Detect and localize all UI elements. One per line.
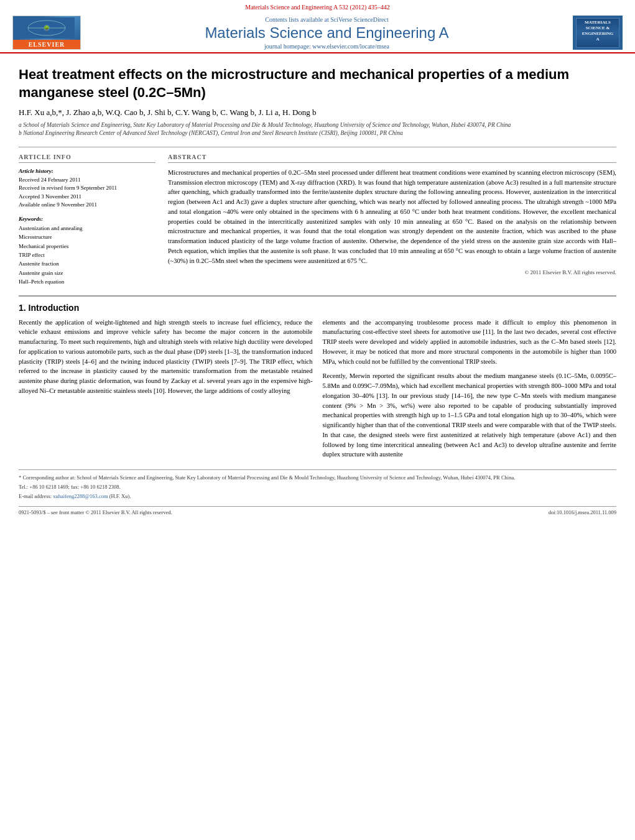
keyword-5: Austenite fraction [19, 259, 155, 268]
logo-image: 🌳 [13, 16, 80, 40]
citation-text: Materials Science and Engineering A 532 … [245, 4, 389, 11]
bottom-bar: 0921-5093/$ – see front matter © 2011 El… [19, 506, 616, 515]
article-info-label: ARTICLE INFO [19, 154, 155, 163]
journal-title-block: Contents lists available at SciVerse Sci… [81, 16, 573, 50]
svg-point-10 [598, 45, 599, 45]
email-suffix: (H.F. Xu). [109, 493, 131, 499]
authors-line: H.F. Xu a,b,*, J. Zhao a,b, W.Q. Cao b, … [19, 108, 616, 118]
email-label: E-mail address: [19, 493, 52, 499]
article-info-column: ARTICLE INFO Article history: Received 2… [19, 154, 155, 287]
intro-para-3: Recently, Merwin reported the significan… [323, 371, 617, 459]
corresponding-footnote: * Corresponding author at: School of Mat… [19, 474, 616, 482]
keyword-2: Microstructure [19, 233, 155, 241]
keyword-4: TRIP effect [19, 251, 155, 259]
article-info-abstract: ARTICLE INFO Article history: Received 2… [19, 147, 616, 287]
tel-footnote: Tel.: +86 10 6218 1469; fax: +86 10 6218… [19, 483, 616, 491]
content-area: Heat treatment effects on the microstruc… [0, 53, 635, 528]
issn-text: 0921-5093/$ – see front matter © 2011 El… [19, 509, 172, 515]
abstract-text: Microstructures and mechanical propertie… [168, 168, 616, 266]
history-block: Article history: Received 24 February 20… [19, 168, 155, 210]
intro-columns: Recently the application of weight-light… [19, 318, 616, 465]
keywords-label: Keywords: [19, 216, 155, 222]
abstract-column: ABSTRACT Microstructures and mechanical … [168, 154, 616, 287]
journal-homepage: journal homepage: www.elsevier.com/locat… [81, 43, 573, 50]
elsevier-logo: 🌳 ELSEVIER [12, 16, 81, 50]
sciverse-text: Contents lists available at SciVerse Sci… [81, 16, 573, 23]
copyright: © 2011 Elsevier B.V. All rights reserved… [168, 269, 616, 275]
keywords-block: Keywords: Austenization and annealing Mi… [19, 216, 155, 287]
keyword-3: Mechanical properties [19, 242, 155, 251]
svg-point-9 [596, 45, 597, 45]
journal-logo-right: MATERIALS SCIENCE & ENGINEERING A [573, 16, 623, 50]
affiliation-b: b National Engineering Research Center o… [19, 129, 616, 137]
journal-citation: Materials Science and Engineering A 532 … [12, 4, 623, 11]
sciverse-link[interactable]: SciVerse ScienceDirect [330, 16, 389, 23]
intro-para-1: Recently the application of weight-light… [19, 318, 313, 396]
keyword-7: Hall–Petch equation [19, 277, 155, 286]
footnote-area: * Corresponding author at: School of Mat… [19, 469, 616, 500]
doi-text: doi:10.1016/j.msea.2011.11.009 [549, 509, 616, 515]
intro-heading-text: 1. Introduction [19, 303, 79, 313]
accepted-date: Accepted 3 November 2011 [19, 193, 155, 201]
email-footnote: E-mail address: xuhaifeng2288@163.com (H… [19, 492, 616, 501]
intro-heading: 1. Introduction [19, 303, 616, 313]
journal-header: Materials Science and Engineering A 532 … [0, 0, 635, 53]
homepage-url[interactable]: www.elsevier.com/locate/msea [312, 43, 389, 50]
received-revised-date: Received in revised form 9 September 201… [19, 184, 155, 193]
intro-col-left: Recently the application of weight-light… [19, 318, 313, 465]
introduction-section: 1. Introduction Recently the application… [19, 295, 616, 465]
elsevier-label: ELSEVIER [13, 40, 80, 49]
abstract-label: ABSTRACT [168, 154, 616, 163]
history-label: Article history: [19, 168, 155, 174]
received-date: Received 24 February 2011 [19, 176, 155, 185]
email-address[interactable]: xuhaifeng2288@163.com [53, 493, 108, 499]
available-date: Available online 9 November 2011 [19, 201, 155, 210]
affiliation-a: a School of Materials Science and Engine… [19, 121, 616, 129]
journal-main-title: Materials Science and Engineering A [81, 24, 573, 42]
keyword-1: Austenization and annealing [19, 224, 155, 233]
journal-logo-image: MATERIALS SCIENCE & ENGINEERING A [576, 18, 619, 48]
page-container: Materials Science and Engineering A 532 … [0, 0, 635, 528]
svg-text:🌳: 🌳 [44, 25, 50, 31]
article-title: Heat treatment effects on the microstruc… [19, 66, 616, 101]
header-middle: 🌳 ELSEVIER Contents lists available at S… [12, 13, 623, 52]
keyword-6: Austenite grain size [19, 269, 155, 277]
intro-col-right: elements and the accompanying troublesom… [323, 318, 617, 465]
svg-point-8 [597, 44, 598, 44]
affiliations: a School of Materials Science and Engine… [19, 121, 616, 138]
intro-para-2: elements and the accompanying troublesom… [323, 318, 617, 367]
